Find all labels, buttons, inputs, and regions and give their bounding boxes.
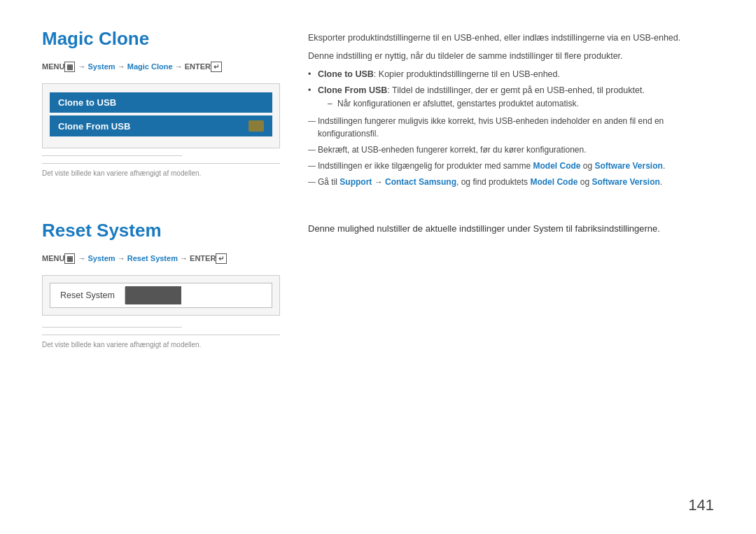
model-code-1: Model Code bbox=[533, 161, 580, 171]
mc-sub-bullet: Når konfigurationen er afsluttet, gensta… bbox=[318, 97, 714, 110]
rs-enter-icon: ↵ bbox=[216, 253, 227, 264]
contact-samsung-label: Contact Samsung bbox=[385, 177, 456, 187]
reset-system-menu-path: MENU▦ → System → Reset System → ENTER↵ bbox=[42, 254, 280, 262]
mc-bullet-list: Clone to USB: Kopier produktindstillinge… bbox=[308, 68, 714, 111]
system-label: System bbox=[88, 62, 115, 71]
mc-dash-3: Indstillingen er ikke tilgængelig for pr… bbox=[308, 160, 714, 172]
reset-system-item-label: Reset System bbox=[50, 287, 125, 304]
mc-desc-1: Eksporter produktindstillingerne til en … bbox=[308, 31, 714, 45]
rs-system-label: System bbox=[88, 254, 115, 262]
magic-clone-note: Det viste billede kan variere afhængigt … bbox=[42, 163, 280, 177]
reset-system-right: Denne mulighed nulstiller de aktuelle in… bbox=[308, 220, 714, 349]
clone-to-usb-item[interactable]: Clone to USB bbox=[50, 92, 272, 113]
rs-enter-label: ENTER bbox=[190, 254, 216, 262]
reset-system-left: Reset System MENU▦ → System → Reset Syst… bbox=[42, 220, 280, 349]
menu-icon: ▦ bbox=[64, 62, 75, 72]
clone-from-usb-bold: Clone From USB bbox=[318, 85, 387, 95]
model-code-2: Model Code bbox=[530, 177, 578, 187]
mc-dash-1: Indstillingen fungerer muligvis ikke kor… bbox=[308, 115, 714, 140]
mc-dash-2: Bekræft, at USB-enheden fungerer korrekt… bbox=[308, 143, 714, 156]
reset-system-section: Reset System MENU▦ → System → Reset Syst… bbox=[42, 220, 714, 349]
mc-bullet-2: Clone From USB: Tildel de indstillinger,… bbox=[308, 84, 714, 110]
mc-desc-2: Denne indstilling er nyttig, når du tild… bbox=[308, 50, 714, 63]
page-number: 141 bbox=[688, 496, 714, 514]
magic-clone-section: Magic Clone MENU▦ → System → Magic Clone… bbox=[42, 28, 714, 192]
enter-label: ENTER bbox=[185, 62, 211, 71]
clone-to-usb-label: Clone to USB bbox=[58, 97, 116, 108]
rs-reset-label: Reset System bbox=[127, 254, 178, 262]
magic-clone-ui-box: Clone to USB Clone From USB bbox=[42, 83, 280, 148]
support-label: Support bbox=[340, 177, 372, 187]
rs-desc: Denne mulighed nulstiller de aktuelle in… bbox=[308, 223, 714, 234]
magic-clone-title: Magic Clone bbox=[42, 28, 280, 50]
magic-clone-divider bbox=[42, 155, 182, 156]
magic-clone-menu-path: MENU▦ → System → Magic Clone → ENTER↵ bbox=[42, 62, 280, 71]
magic-clone-left: Magic Clone MENU▦ → System → Magic Clone… bbox=[42, 28, 280, 192]
magic-clone-label: Magic Clone bbox=[127, 62, 173, 71]
magic-clone-right: Eksporter produktindstillingerne til en … bbox=[308, 28, 714, 192]
mc-bullet-1: Clone to USB: Kopier produktindstillinge… bbox=[308, 68, 714, 81]
clone-from-usb-label: Clone From USB bbox=[58, 121, 130, 132]
reset-system-note: Det viste billede kan variere afhængigt … bbox=[42, 335, 280, 349]
reset-system-divider bbox=[42, 327, 182, 328]
mc-dash-4: Gå til Support → Contact Samsung, og fin… bbox=[308, 176, 714, 188]
clone-from-usb-item[interactable]: Clone From USB bbox=[50, 115, 272, 136]
rs-menu-label: MENU bbox=[42, 254, 64, 262]
enter-icon: ↵ bbox=[211, 62, 222, 72]
software-version-1: Software Version bbox=[595, 161, 663, 171]
clone-to-usb-bold: Clone to USB bbox=[318, 69, 374, 79]
usb-thumb-icon bbox=[248, 120, 264, 132]
menu-label: MENU bbox=[42, 62, 64, 71]
software-version-2: Software Version bbox=[592, 177, 659, 187]
reset-system-title: Reset System bbox=[42, 220, 280, 241]
rs-menu-icon: ▦ bbox=[64, 253, 75, 264]
reset-system-row: Reset System bbox=[50, 283, 272, 308]
reset-system-bar bbox=[125, 286, 181, 304]
reset-system-ui-box: Reset System bbox=[42, 275, 280, 316]
